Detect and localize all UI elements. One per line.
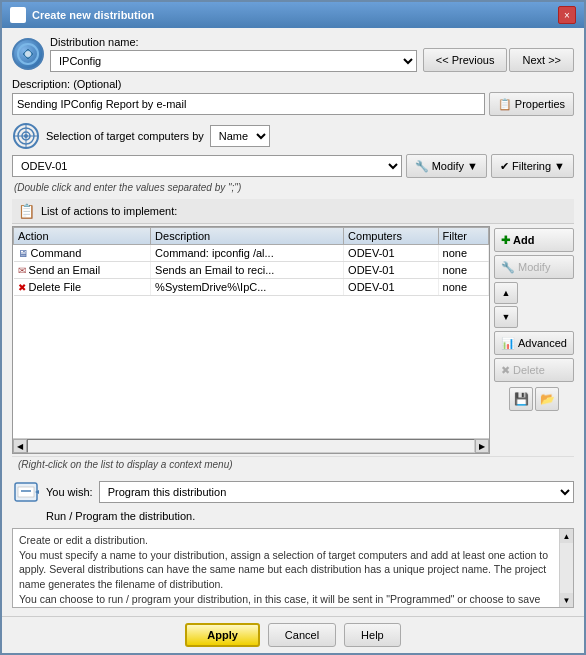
title-bar: ⊞ Create new distribution × <box>2 2 584 28</box>
outer-actions: Action Description Computers Filter 🖥 <box>12 226 574 454</box>
wish-select[interactable]: Program this distribution <box>99 481 574 503</box>
scroll-left-btn[interactable]: ◀ <box>13 439 27 453</box>
move-down-button[interactable]: ▼ <box>494 306 518 328</box>
modify-chevron-icon: ▼ <box>467 160 478 172</box>
actions-table: Action Description Computers Filter 🖥 <box>13 227 489 296</box>
scroll-right-btn[interactable]: ▶ <box>475 439 489 453</box>
desc-section: Description: (Optional) Sending IPConfig… <box>12 78 574 116</box>
distrib-section: Distribution name: IPConfig << Previous … <box>12 36 574 72</box>
email-icon: ✉ <box>18 265 26 276</box>
cancel-button[interactable]: Cancel <box>268 623 336 647</box>
row2-action: ✉ Send an Email <box>14 262 151 279</box>
distrib-name-label: Distribution name: <box>50 36 417 48</box>
folder-icon-btn[interactable]: 📂 <box>535 387 559 411</box>
distrib-name-select[interactable]: IPConfig <box>50 50 417 72</box>
svg-rect-9 <box>18 487 34 497</box>
help-scroll-down-btn[interactable]: ▼ <box>560 593 573 607</box>
col-description: Description <box>151 228 344 245</box>
cmd-icon: 🖥 <box>18 248 28 259</box>
actions-wrapper: 📋 List of actions to implement: Action D… <box>12 199 574 472</box>
filter-check-icon: ✔ <box>500 160 509 173</box>
row3-filter: none <box>438 279 488 296</box>
filtering-chevron-icon: ▼ <box>554 160 565 172</box>
row1-action: 🖥 Command <box>14 245 151 262</box>
prev-button[interactable]: << Previous <box>423 48 508 72</box>
row3-action: ✖ Delete File <box>14 279 151 296</box>
wish-section: You wish: Program this distribution Run … <box>12 478 574 522</box>
row1-desc: Command: ipconfig /al... <box>151 245 344 262</box>
close-button[interactable]: × <box>558 6 576 24</box>
wish-row2: Run / Program the distribution. <box>12 510 574 522</box>
table-row[interactable]: ✉ Send an Email Sends an Email to reci..… <box>14 262 489 279</box>
distrib-icon <box>12 38 44 70</box>
table-row[interactable]: ✖ Delete File %SystemDrive%\IpC... ODEV-… <box>14 279 489 296</box>
help-text-content: Create or edit a distribution. You must … <box>19 533 567 606</box>
odev-select[interactable]: ODEV-01 <box>12 155 402 177</box>
wish-row1: You wish: Program this distribution <box>12 478 574 506</box>
svg-point-1 <box>25 51 31 57</box>
add-icon: ✚ <box>501 234 510 247</box>
target-method-select[interactable]: Name <box>210 125 270 147</box>
row3-computers: ODEV-01 <box>344 279 439 296</box>
desc-input[interactable]: Sending IPConfig Report by e-mail <box>12 93 485 115</box>
target-icon <box>12 122 40 150</box>
col-action: Action <box>14 228 151 245</box>
actions-side: ✚ Add 🔧 Modify ▲ ▼ 📊 Advanced <box>494 226 574 454</box>
action-modify-icon: 🔧 <box>501 261 515 274</box>
main-content: Distribution name: IPConfig << Previous … <box>2 28 584 616</box>
wish-label: You wish: <box>46 486 93 498</box>
actions-main: Action Description Computers Filter 🖥 <box>12 226 490 454</box>
delete-action-button[interactable]: ✖ Delete <box>494 358 574 382</box>
up-down-buttons: ▲ ▼ <box>494 282 574 328</box>
right-click-hint: (Right-click on the list to display a co… <box>12 456 574 472</box>
help-scroll-up-btn[interactable]: ▲ <box>560 529 573 543</box>
actions-header: 📋 List of actions to implement: <box>12 199 574 224</box>
actions-table-area[interactable]: Action Description Computers Filter 🖥 <box>13 227 489 438</box>
next-button[interactable]: Next >> <box>509 48 574 72</box>
advanced-button[interactable]: 📊 Advanced <box>494 331 574 355</box>
save-icon-btn[interactable]: 💾 <box>509 387 533 411</box>
delete-action-icon: ✖ <box>501 364 510 377</box>
help-button[interactable]: Help <box>344 623 401 647</box>
move-up-button[interactable]: ▲ <box>494 282 518 304</box>
help-scrollbar: ▲ ▼ <box>559 529 573 607</box>
add-label: Add <box>513 234 534 246</box>
modify-label: Modify <box>432 160 464 172</box>
window-title: Create new distribution <box>32 9 552 21</box>
window: ⊞ Create new distribution × Distribution… <box>0 0 586 655</box>
col-filter: Filter <box>438 228 488 245</box>
window-icon: ⊞ <box>10 7 26 23</box>
table-row[interactable]: 🖥 Command Command: ipconfig /al... ODEV-… <box>14 245 489 262</box>
nav-buttons: << Previous Next >> <box>423 48 574 72</box>
advanced-icon: 📊 <box>501 337 515 350</box>
action-modify-button[interactable]: 🔧 Modify <box>494 255 574 279</box>
double-click-hint: (Double click and enter the values separ… <box>12 182 574 193</box>
modify-button[interactable]: 🔧 Modify ▼ <box>406 154 487 178</box>
footer: Apply Cancel Help <box>2 616 584 653</box>
actions-header-icon: 📋 <box>18 203 35 219</box>
advanced-label: Advanced <box>518 337 567 349</box>
table-header-row: Action Description Computers Filter <box>14 228 489 245</box>
row1-filter: none <box>438 245 488 262</box>
target-row1: Selection of target computers by Name <box>12 122 574 150</box>
table-scrollbar-row: ◀ ▶ <box>13 438 489 453</box>
row1-computers: ODEV-01 <box>344 245 439 262</box>
filtering-label: Filtering <box>512 160 551 172</box>
target-section: Selection of target computers by Name OD… <box>12 122 574 193</box>
help-scroll-track[interactable] <box>560 543 573 593</box>
properties-icon: 📋 <box>498 98 512 111</box>
wish-run-label: Run / Program the distribution. <box>12 510 195 522</box>
filtering-button[interactable]: ✔ Filtering ▼ <box>491 154 574 178</box>
distrib-row: Distribution name: IPConfig << Previous … <box>12 36 574 72</box>
distrib-name-area: Distribution name: IPConfig <box>50 36 417 72</box>
modify-icon: 🔧 <box>415 160 429 173</box>
desc-label: Description: (Optional) <box>12 78 574 90</box>
action-modify-label: Modify <box>518 261 550 273</box>
hscrollbar[interactable] <box>27 439 475 453</box>
save-folder-btns: 💾 📂 <box>494 387 574 411</box>
wish-icon <box>12 478 40 506</box>
add-button[interactable]: ✚ Add <box>494 228 574 252</box>
properties-label: Properties <box>515 98 565 110</box>
apply-button[interactable]: Apply <box>185 623 260 647</box>
properties-button[interactable]: 📋 Properties <box>489 92 574 116</box>
